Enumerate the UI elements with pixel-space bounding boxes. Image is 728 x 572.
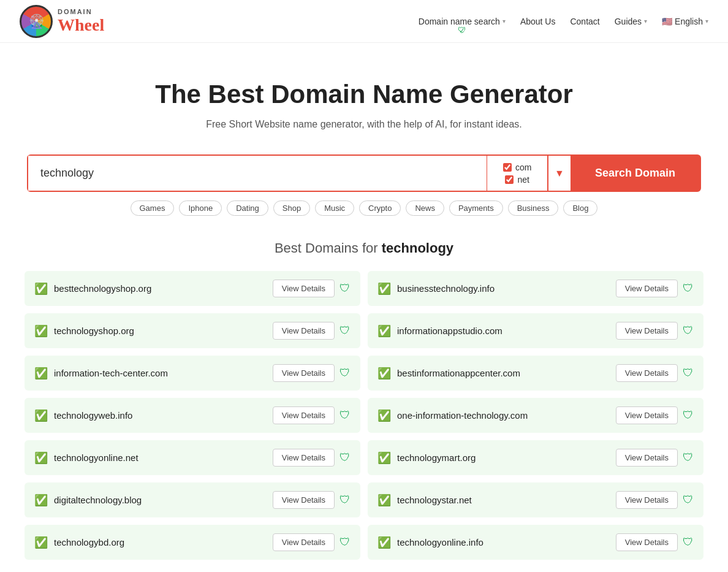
nav-links: Domain name search ▾ 🛡 About Us Contact … — [419, 17, 708, 26]
domain-right: View Details 🛡 — [616, 533, 694, 551]
about-us-link[interactable]: About Us — [520, 17, 556, 26]
domain-left: ✅ technologymart.org — [377, 451, 476, 465]
language-link[interactable]: 🇺🇸 English ▾ — [662, 17, 708, 26]
domain-left: ✅ besttechnologyshop.org — [34, 282, 151, 296]
tag-crypto[interactable]: Crypto — [359, 200, 401, 216]
domain-card: ✅ technologymart.org View Details 🛡 — [368, 440, 703, 475]
domain-right: View Details 🛡 — [273, 322, 351, 340]
tag-iphone[interactable]: Iphone — [179, 200, 222, 216]
hero-title: The Best Domain Name Generator — [12, 80, 716, 109]
domain-card: ✅ technologyonline.net View Details 🛡 — [25, 440, 360, 475]
domain-right: View Details 🛡 — [616, 406, 694, 424]
tag-dating[interactable]: Dating — [227, 200, 268, 216]
domain-right: View Details 🛡 — [616, 449, 694, 467]
domain-card: ✅ information-tech-center.com View Detai… — [25, 356, 360, 391]
domain-left: ✅ technologyonline.info — [377, 536, 483, 549]
view-details-button[interactable]: View Details — [273, 280, 335, 297]
check-icon: ✅ — [377, 367, 391, 380]
domain-name: technologystar.net — [397, 495, 472, 505]
shield-icon: 🛡 — [339, 536, 351, 549]
domain-card: ✅ businesstechnology.info View Details 🛡 — [368, 271, 703, 306]
shield-icon: 🛡 — [683, 536, 694, 549]
domain-name: technologyweb.info — [54, 410, 132, 421]
tag-shop[interactable]: Shop — [273, 200, 310, 216]
logo[interactable]: 🎡 DOMAIN Wheel — [20, 5, 104, 38]
domain-right: View Details 🛡 — [273, 406, 351, 424]
active-indicator-icon: 🛡 — [458, 25, 466, 35]
shield-icon: 🛡 — [339, 282, 351, 295]
domain-name: businesstechnology.info — [397, 283, 495, 294]
shield-icon: 🛡 — [339, 367, 351, 379]
shield-icon: 🛡 — [339, 451, 351, 464]
hero-section: The Best Domain Name Generator Free Shor… — [0, 43, 728, 154]
domain-right: View Details 🛡 — [616, 322, 694, 340]
check-icon: ✅ — [34, 409, 48, 422]
view-details-button[interactable]: View Details — [616, 491, 678, 509]
com-checkbox[interactable] — [503, 163, 512, 172]
view-details-button[interactable]: View Details — [273, 533, 335, 551]
domain-card: ✅ technologyonline.info View Details 🛡 — [368, 525, 703, 560]
logo-text: DOMAIN Wheel — [58, 8, 104, 35]
tag-games[interactable]: Games — [131, 200, 175, 216]
tag-music[interactable]: Music — [315, 200, 354, 216]
domain-card: ✅ technologyshop.org View Details 🛡 — [25, 313, 360, 348]
tld-dropdown-icon[interactable]: ▼ — [555, 168, 564, 179]
domain-name: one-information-technology.com — [397, 410, 528, 421]
domain-card: ✅ technologystar.net View Details 🛡 — [368, 482, 703, 517]
view-details-button[interactable]: View Details — [273, 364, 335, 382]
shield-icon: 🛡 — [683, 367, 694, 379]
domain-right: View Details 🛡 — [273, 491, 351, 509]
check-icon: ✅ — [34, 367, 48, 380]
tag-payments[interactable]: Payments — [449, 200, 503, 216]
view-details-button[interactable]: View Details — [273, 449, 335, 467]
domain-right: View Details 🛡 — [273, 280, 351, 297]
tag-list: GamesIphoneDatingShopMusicCryptoNewsPaym… — [131, 200, 598, 216]
domain-left: ✅ information-tech-center.com — [34, 367, 168, 380]
shield-icon: 🛡 — [683, 494, 694, 506]
check-icon: ✅ — [377, 282, 391, 296]
net-checkbox[interactable] — [505, 175, 514, 184]
check-icon: ✅ — [377, 409, 391, 422]
view-details-button[interactable]: View Details — [616, 406, 678, 424]
check-icon: ✅ — [377, 324, 391, 338]
search-input[interactable] — [28, 156, 487, 191]
guides-link[interactable]: Guides ▾ — [615, 17, 647, 26]
shield-icon: 🛡 — [683, 451, 694, 464]
domain-left: ✅ informationappstudio.com — [377, 324, 502, 338]
contact-link[interactable]: Contact — [570, 17, 599, 26]
view-details-button[interactable]: View Details — [616, 533, 678, 551]
shield-icon: 🛡 — [339, 324, 351, 337]
domain-right: View Details 🛡 — [616, 280, 694, 297]
domain-name: information-tech-center.com — [54, 368, 168, 378]
logo-icon: 🎡 — [20, 5, 53, 38]
domain-name: besttechnologyshop.org — [54, 283, 151, 294]
shield-icon: 🛡 — [683, 409, 694, 422]
domain-left: ✅ one-information-technology.com — [377, 409, 528, 422]
check-icon: ✅ — [34, 494, 48, 507]
results-section: Best Domains for technology ✅ besttechno… — [0, 228, 728, 572]
check-icon: ✅ — [34, 451, 48, 465]
view-details-button[interactable]: View Details — [616, 364, 678, 382]
results-title: Best Domains for technology — [25, 240, 703, 256]
domain-left: ✅ bestinformationappcenter.com — [377, 367, 520, 380]
view-details-button[interactable]: View Details — [616, 322, 678, 340]
hero-subtitle: Free Short Website name generator, with … — [12, 119, 716, 130]
view-details-button[interactable]: View Details — [273, 491, 335, 509]
search-domain-button[interactable]: Search Domain — [571, 156, 700, 191]
check-icon: ✅ — [34, 324, 48, 338]
domain-right: View Details 🛡 — [273, 449, 351, 467]
domain-right: View Details 🛡 — [616, 491, 694, 509]
domain-left: ✅ technologyshop.org — [34, 324, 134, 338]
check-icon: ✅ — [377, 536, 391, 549]
view-details-button[interactable]: View Details — [273, 406, 335, 424]
chevron-down-icon: ▾ — [502, 18, 506, 25]
view-details-button[interactable]: View Details — [616, 449, 678, 467]
tag-business[interactable]: Business — [508, 200, 559, 216]
view-details-button[interactable]: View Details — [273, 322, 335, 340]
domain-name: technologyonline.info — [397, 537, 483, 547]
view-details-button[interactable]: View Details — [616, 280, 678, 297]
shield-icon: 🛡 — [683, 282, 694, 295]
tag-blog[interactable]: Blog — [563, 200, 597, 216]
tag-news[interactable]: News — [406, 200, 444, 216]
domain-name-search-link[interactable]: Domain name search ▾ 🛡 — [419, 17, 506, 26]
